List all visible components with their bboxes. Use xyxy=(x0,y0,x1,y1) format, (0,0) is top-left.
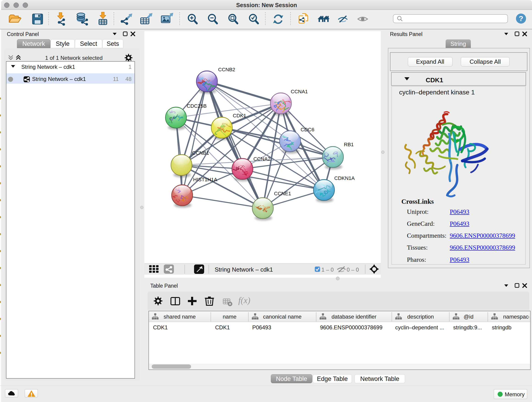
svg-text:CCNE1: CCNE1 xyxy=(274,191,291,196)
svg-text:CCNA1: CCNA1 xyxy=(291,89,308,95)
svg-text:CCNB1: CCNB1 xyxy=(192,150,209,156)
svg-text:HIST1H1A: HIST1H1A xyxy=(193,177,217,182)
svg-text:CCNA2: CCNA2 xyxy=(253,156,271,162)
svg-text:CDC6: CDC6 xyxy=(301,127,314,133)
svg-text:RB1: RB1 xyxy=(344,142,354,147)
svg-text:CCNB2: CCNB2 xyxy=(218,67,235,72)
svg-text:CDC25B: CDC25B xyxy=(187,103,207,109)
svg-text:CDKN1A: CDKN1A xyxy=(334,175,355,181)
svg-text:?: ? xyxy=(519,14,523,23)
svg-text:CDK1: CDK1 xyxy=(233,113,246,119)
